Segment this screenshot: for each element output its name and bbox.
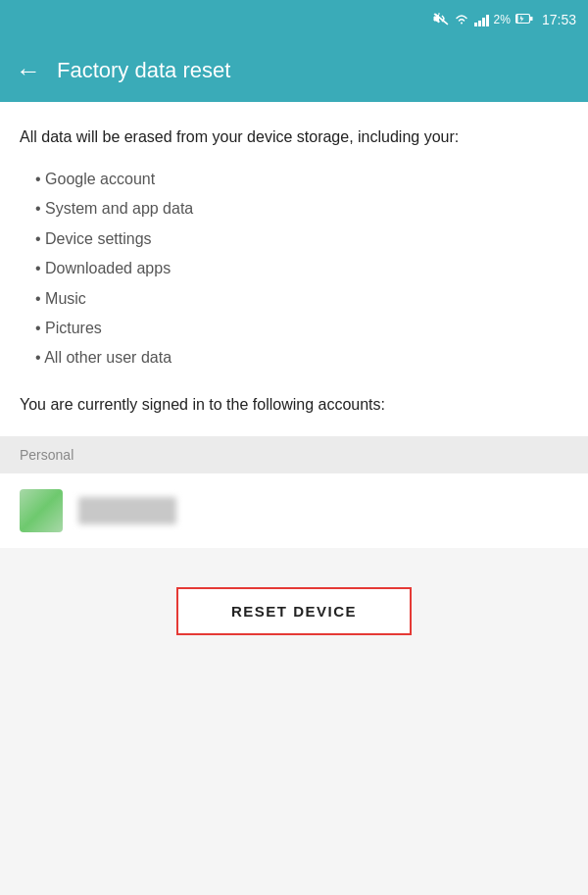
reset-device-button[interactable]: RESET DEVICE	[176, 587, 412, 635]
main-content: All data will be erased from your device…	[0, 102, 588, 436]
list-item: System and app data	[31, 194, 568, 224]
battery-icon	[515, 13, 533, 27]
svg-rect-3	[530, 17, 533, 21]
account-row	[0, 473, 588, 548]
list-item: Device settings	[31, 224, 568, 254]
page-title: Factory data reset	[57, 58, 230, 83]
data-list: Google accountSystem and app dataDevice …	[31, 165, 568, 373]
personal-label: Personal	[20, 447, 74, 463]
personal-section: Personal	[0, 436, 588, 473]
signed-in-text: You are currently signed in to the follo…	[20, 393, 568, 417]
warning-text: All data will be erased from your device…	[20, 125, 568, 149]
signal-icon	[474, 13, 489, 26]
wifi-icon	[454, 13, 469, 27]
list-item: All other user data	[31, 343, 568, 373]
svg-rect-4	[516, 15, 518, 23]
status-icons: 2% 17:53	[433, 12, 576, 28]
status-time: 17:53	[542, 12, 576, 27]
status-bar: 2% 17:53	[0, 0, 588, 39]
list-item: Downloaded apps	[31, 254, 568, 283]
list-item: Pictures	[31, 314, 568, 343]
battery-percent: 2%	[494, 13, 511, 26]
account-avatar	[20, 489, 63, 532]
account-info-blurred	[78, 497, 176, 524]
top-bar: ← Factory data reset	[0, 39, 588, 102]
svg-point-1	[461, 22, 463, 24]
list-item: Music	[31, 284, 568, 314]
reset-area: RESET DEVICE	[0, 548, 588, 744]
list-item: Google account	[31, 165, 568, 194]
back-button[interactable]: ←	[16, 56, 41, 86]
mute-icon	[433, 12, 449, 28]
